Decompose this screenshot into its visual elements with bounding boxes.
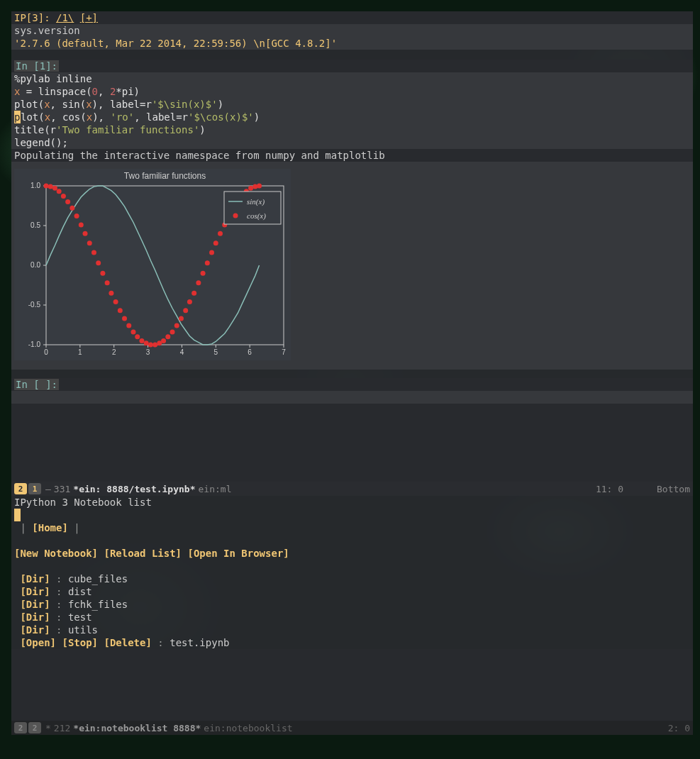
svg-point-48	[130, 330, 135, 335]
badge2b: 2	[28, 722, 41, 733]
modeline-linenum: 331	[54, 484, 70, 494]
nblist-action-0[interactable]: [New Notebook]	[14, 548, 98, 559]
svg-point-62	[191, 291, 196, 296]
svg-text:0.0: 0.0	[30, 261, 40, 269]
modeline-bottom: 2 2 * 212 *ein:notebooklist 8888* ein:no…	[11, 721, 693, 735]
list-item-button[interactable]: [Dir]	[20, 599, 50, 610]
nblist-actions: [New Notebook] [Reload List] [Open In Br…	[14, 547, 690, 560]
cell1-prompt: In [1]:	[14, 60, 59, 72]
pipe-left: |	[14, 522, 32, 533]
svg-point-60	[183, 308, 188, 313]
list-item-button[interactable]: [Dir]	[20, 573, 50, 585]
svg-point-40	[96, 260, 101, 265]
list-item-button[interactable]: [Dir]	[20, 624, 50, 636]
svg-point-68	[218, 231, 223, 236]
svg-text:0.5: 0.5	[30, 221, 40, 229]
buffer-name-2: *ein:notebooklist 8888*	[73, 723, 201, 733]
svg-text:7: 7	[282, 348, 286, 356]
svg-text:sin(x): sin(x)	[247, 197, 265, 206]
svg-text:6: 6	[248, 348, 252, 356]
svg-text:5: 5	[214, 348, 218, 356]
svg-point-45	[118, 308, 123, 313]
svg-point-34	[70, 206, 74, 211]
svg-point-58	[174, 323, 179, 328]
list-item-name: fchk_files	[68, 599, 128, 610]
list-item-name: dist	[68, 586, 92, 597]
chart-output: Two familiar functions01234567-1.0-0.50.…	[11, 162, 693, 370]
svg-point-44	[113, 299, 118, 304]
svg-point-64	[201, 271, 206, 276]
list-item: [Dir] : utils	[14, 624, 690, 636]
badge-window-2: 2	[14, 483, 27, 494]
svg-point-81	[233, 214, 238, 218]
svg-point-77	[257, 184, 262, 189]
list-item: [Dir] : test	[14, 611, 690, 624]
cell0-line2: '2.7.6 (default, Mar 22 2014, 22:59:56) …	[14, 37, 690, 50]
notebook-list-body: IPython 3 Notebook list | [Home] | [New …	[11, 496, 693, 649]
svg-point-59	[179, 316, 184, 321]
line-col: 11: 0	[596, 484, 623, 494]
list-item-button[interactable]: [Delete]	[104, 637, 151, 648]
modeline-dash: —	[45, 484, 51, 494]
cell2-body[interactable]	[11, 391, 693, 404]
cell-0-body[interactable]: sys.version '2.7.6 (default, Mar 22 2014…	[11, 24, 693, 50]
svg-point-39	[91, 250, 96, 255]
cursor-icon	[14, 509, 21, 521]
svg-point-47	[126, 323, 131, 328]
home-link[interactable]: [Home]	[32, 522, 68, 533]
svg-point-53	[152, 343, 157, 348]
modeline-top: 2 1 — 331 *ein: 8888/test.ipynb* ein:ml …	[11, 482, 693, 496]
buffer-name: *ein: 8888/test.ipynb*	[73, 484, 195, 494]
svg-point-63	[196, 280, 201, 285]
code-line: x = linspace(0, 2*pi)	[14, 85, 690, 98]
cell1-code[interactable]: %pylab inlinex = linspace(0, 2*pi)plot(x…	[11, 72, 693, 149]
badge2a: 2	[14, 722, 27, 733]
list-item-name: test.ipynb	[170, 637, 229, 648]
svg-point-55	[161, 338, 166, 343]
list-item-button[interactable]: [Open]	[20, 637, 56, 648]
list-item-button[interactable]: [Dir]	[20, 611, 50, 623]
breadcrumb-row: | [Home] |	[14, 521, 690, 534]
svg-point-61	[187, 299, 192, 304]
nblist-action-1[interactable]: [Reload List]	[104, 548, 182, 559]
code-line: title(r'Two familiar functions')	[14, 123, 690, 136]
svg-point-38	[87, 240, 92, 245]
list-item: [Dir] : dist	[14, 585, 690, 598]
nblist-action-2[interactable]: [Open In Browser]	[187, 548, 289, 559]
svg-point-29	[48, 184, 53, 189]
list-item-name: test	[68, 611, 92, 623]
kernel-fraction[interactable]: /1\	[56, 12, 74, 23]
svg-text:cos(x): cos(x)	[247, 211, 266, 221]
notebooklist-pane: IPython 3 Notebook list | [Home] | [New …	[11, 496, 693, 735]
svg-point-51	[144, 340, 149, 345]
cell-gap	[11, 50, 693, 60]
modeline2-star: *	[45, 723, 51, 733]
svg-point-57	[170, 330, 175, 335]
badge-window-1: 1	[28, 483, 41, 494]
svg-text:0: 0	[44, 348, 48, 356]
svg-point-66	[209, 250, 214, 255]
list-item-button[interactable]: [Stop]	[62, 637, 98, 648]
blank-line	[14, 534, 690, 547]
svg-text:Two familiar functions: Two familiar functions	[124, 171, 206, 181]
svg-text:-0.5: -0.5	[28, 301, 41, 309]
code-line: legend();	[14, 136, 690, 149]
major-mode-2: ein:notebooklist	[204, 723, 292, 733]
svg-text:3: 3	[146, 348, 150, 356]
svg-text:1: 1	[78, 348, 82, 356]
modeline2-num: 212	[54, 723, 70, 733]
add-kernel[interactable]: [+]	[80, 12, 98, 23]
nblist-items: [Dir] : cube_files [Dir] : dist [Dir] : …	[14, 572, 690, 649]
list-item: [Dir] : cube_files	[14, 572, 690, 585]
major-mode: ein:ml	[199, 484, 232, 494]
svg-text:4: 4	[180, 348, 184, 356]
svg-point-42	[105, 280, 110, 285]
list-item: [Open] [Stop] [Delete] : test.ipynb	[14, 636, 690, 649]
list-item-button[interactable]: [Dir]	[20, 586, 50, 597]
cell1-output: Populating the interactive namespace fro…	[11, 149, 693, 162]
svg-point-56	[165, 334, 170, 339]
svg-point-35	[74, 214, 79, 218]
pipe-right: |	[74, 522, 79, 533]
list-item-name: utils	[68, 624, 98, 636]
svg-point-43	[109, 291, 113, 296]
